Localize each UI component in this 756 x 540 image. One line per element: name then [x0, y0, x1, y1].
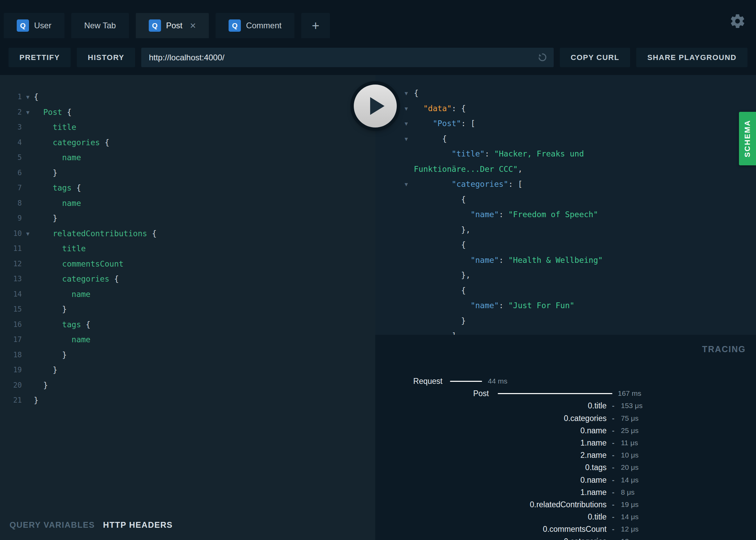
query-code: relatedContributions {	[34, 229, 157, 238]
query-line[interactable]: 14 name	[0, 287, 375, 302]
add-tab-button[interactable]: +	[301, 13, 330, 38]
code-token	[414, 301, 470, 310]
code-token: :	[499, 256, 508, 265]
code-token: {	[461, 240, 466, 249]
query-line[interactable]: 18 }	[0, 347, 375, 363]
query-line[interactable]: 17 name	[0, 332, 375, 347]
tracing-panel: TRACING Request44 msPost167 ms0.title-15…	[375, 335, 756, 540]
code-token	[34, 153, 62, 162]
fold-arrow-icon[interactable]: ▾	[405, 86, 408, 101]
line-number: 9	[0, 214, 22, 222]
close-tab-icon[interactable]: ×	[190, 20, 196, 31]
trace-bar	[450, 381, 482, 382]
fold-arrow-icon[interactable]: ▾	[405, 101, 408, 116]
query-line[interactable]: 5 name	[0, 150, 375, 165]
fold-arrow-icon[interactable]: ▾	[405, 177, 408, 192]
query-line[interactable]: 16 tags {	[0, 317, 375, 332]
query-line[interactable]: 9 }	[0, 211, 375, 226]
trace-row: 0.title-153 μs	[375, 400, 756, 412]
settings-gear-icon[interactable]	[729, 13, 746, 29]
trace-label: 0.categories	[564, 412, 607, 424]
fold-arrow-icon[interactable]: ▾	[405, 116, 408, 131]
trace-row: Request44 ms	[375, 375, 756, 387]
http-headers-tab[interactable]: HTTP HEADERS	[103, 520, 173, 530]
trace-label: 0.commentsCount	[543, 523, 607, 535]
code-token: title	[53, 123, 76, 132]
endpoint-url-input[interactable]	[141, 48, 553, 67]
line-number: 6	[0, 169, 22, 177]
code-token: {	[442, 134, 447, 143]
line-number: 19	[0, 366, 22, 374]
query-line[interactable]: 1▾{	[0, 89, 375, 105]
query-code: }	[34, 365, 57, 374]
copy-curl-button[interactable]: COPY CURL	[560, 48, 630, 67]
trace-row: 0.name-25 μs	[375, 424, 756, 437]
code-token	[34, 350, 62, 359]
code-token: },	[461, 271, 470, 280]
trace-dash: -	[612, 523, 614, 535]
trace-row: 2.name-10 μs	[375, 449, 756, 461]
code-token: {	[110, 274, 119, 283]
query-code: {	[34, 92, 39, 101]
query-editor[interactable]: 1▾{2▾ Post {3 title4 categories {5 name6…	[0, 75, 375, 408]
execute-query-button[interactable]	[354, 85, 397, 127]
trace-time: 12 μs	[621, 523, 639, 535]
line-number: 5	[0, 153, 22, 162]
tab-comment[interactable]: QComment	[216, 13, 294, 38]
prettify-button[interactable]: PRETTIFY	[9, 48, 71, 67]
history-button[interactable]: HISTORY	[77, 48, 135, 67]
tab-post[interactable]: QPost×	[136, 13, 209, 38]
query-line[interactable]: 20 }	[0, 378, 375, 393]
trace-dash: -	[612, 437, 614, 449]
code-token	[34, 229, 53, 238]
tab-new-tab[interactable]: New Tab	[71, 13, 129, 38]
trace-row: 0.title-14 μs	[375, 511, 756, 523]
query-line[interactable]: 8 name	[0, 196, 375, 211]
trace-label: 1.name	[580, 437, 607, 449]
line-number: 12	[0, 260, 22, 268]
code-token: ,	[518, 165, 523, 174]
code-token	[34, 168, 53, 177]
code-token	[34, 274, 62, 283]
query-editor-pane[interactable]: 1▾{2▾ Post {3 title4 categories {5 name6…	[0, 75, 375, 540]
schema-side-tab[interactable]: SCHEMA	[739, 112, 756, 165]
trace-label: 0.title	[588, 400, 607, 412]
trace-dash: -	[612, 412, 614, 424]
query-line[interactable]: 11 title	[0, 241, 375, 256]
code-token: name	[62, 153, 81, 162]
fold-arrow-icon[interactable]: ▾	[22, 93, 34, 101]
trace-time: 14 μs	[621, 474, 639, 486]
query-line[interactable]: 15 }	[0, 302, 375, 317]
code-token: "Just For Fun"	[508, 301, 575, 310]
fold-arrow-icon[interactable]: ▾	[405, 131, 408, 147]
code-token: {	[34, 92, 39, 101]
query-line[interactable]: 3 title	[0, 120, 375, 135]
response-line: ]	[375, 328, 756, 335]
tab-user[interactable]: QUser	[4, 13, 64, 38]
fold-arrow-icon[interactable]: ▾	[22, 108, 34, 116]
query-line[interactable]: 10▾ relatedContributions {	[0, 226, 375, 241]
tracing-title: TRACING	[702, 344, 746, 354]
query-line[interactable]: 19 }	[0, 362, 375, 378]
query-line[interactable]: 2▾ Post {	[0, 105, 375, 120]
query-line[interactable]: 7 tags {	[0, 180, 375, 196]
share-playground-button[interactable]: SHARE PLAYGROUND	[636, 48, 747, 67]
reload-endpoint-icon[interactable]	[537, 51, 548, 63]
code-token: Post	[43, 108, 62, 117]
query-line[interactable]: 13 categories {	[0, 271, 375, 287]
code-token: }	[34, 396, 39, 405]
query-code: categories {	[34, 138, 110, 147]
query-line[interactable]: 6 }	[0, 165, 375, 181]
trace-row: 0.relatedContributions-19 μs	[375, 498, 756, 511]
query-line[interactable]: 12 commentsCount	[0, 256, 375, 272]
response-line: {	[375, 237, 756, 253]
fold-arrow-icon[interactable]: ▾	[22, 230, 34, 237]
line-number: 14	[0, 290, 22, 298]
code-token: "Freedom of Speech"	[508, 210, 598, 219]
code-token: name	[72, 335, 90, 344]
query-line[interactable]: 4 categories {	[0, 135, 375, 150]
query-variables-tab[interactable]: QUERY VARIABLES	[10, 520, 95, 530]
query-line[interactable]: 21}	[0, 393, 375, 408]
code-token: },	[461, 225, 470, 234]
tab-label: Post	[166, 21, 183, 30]
